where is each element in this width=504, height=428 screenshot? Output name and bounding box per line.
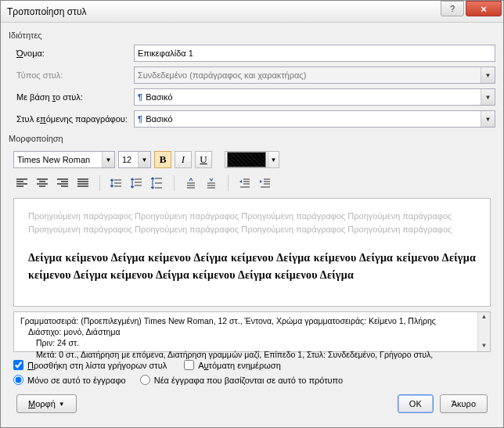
- chevron-down-icon[interactable]: ▼: [268, 152, 279, 167]
- chevron-down-icon[interactable]: ▼: [481, 111, 495, 127]
- align-center-button[interactable]: [34, 174, 51, 192]
- style-type-combo: Συνδεδεμένο (παράγραφος και χαρακτήρας) …: [134, 67, 495, 84]
- properties-group-label: Ιδιότητες: [9, 31, 495, 40]
- italic-button[interactable]: I: [175, 151, 192, 168]
- scrollbar[interactable]: ▲▼: [477, 312, 490, 351]
- bold-button[interactable]: B: [154, 151, 171, 168]
- help-button[interactable]: ?: [441, 1, 464, 16]
- line-spacing-2-button[interactable]: [149, 174, 166, 192]
- auto-update-checkbox[interactable]: Αυτόματη ενημέρωση: [184, 360, 281, 370]
- next-para-combo[interactable]: ¶ Βασικό ▼: [134, 110, 495, 128]
- align-right-button[interactable]: [54, 174, 71, 192]
- align-justify-button[interactable]: [74, 174, 92, 192]
- line-spacing-1-button[interactable]: [108, 174, 125, 192]
- chevron-down-icon[interactable]: ▼: [481, 89, 495, 105]
- style-type-label: Τύπος στυλ:: [9, 70, 134, 80]
- space-before-decrease-button[interactable]: [203, 174, 220, 192]
- scroll-up-icon[interactable]: ▲: [481, 313, 488, 322]
- font-size-combo[interactable]: 12 ▼: [118, 151, 151, 168]
- format-button[interactable]: Μορφή ▼: [16, 394, 77, 413]
- font-toolbar: Times New Roman ▼ 12 ▼ B I U ▼: [9, 148, 495, 171]
- add-to-quick-styles-checkbox[interactable]: Προσθήκη στη λίστα γρήγορων στυλ: [13, 360, 167, 370]
- style-description: Γραμματοσειρά: (Προεπιλεγμένη) Times New…: [13, 311, 491, 352]
- ok-button[interactable]: OK: [398, 394, 434, 413]
- chevron-down-icon: ▼: [59, 401, 65, 408]
- indent-decrease-button[interactable]: [236, 174, 254, 192]
- sample-text: Δείγμα κείμενου Δείγμα κείμενου Δείγμα κ…: [28, 250, 476, 285]
- indent-increase-button[interactable]: [257, 174, 274, 192]
- based-on-value: Βασικό: [146, 92, 172, 102]
- space-before-increase-button[interactable]: [182, 174, 200, 192]
- new-documents-radio[interactable]: Νέα έγγραφα που βασίζονται σε αυτό το πρ…: [140, 375, 343, 385]
- pilcrow-icon: ¶: [138, 114, 142, 124]
- titlebar: Τροποποίηση στυλ ? ×: [1, 1, 503, 23]
- previous-paragraph-sample: Προηγούμενη παράγραφος Προηγούμενη παράγ…: [28, 210, 476, 236]
- name-input[interactable]: [134, 45, 495, 62]
- color-swatch-icon: [227, 152, 266, 167]
- paragraph-toolbar: [9, 171, 495, 198]
- style-type-value: Συνδεδεμένο (παράγραφος και χαρακτήρας): [138, 70, 306, 80]
- only-this-document-radio[interactable]: Μόνο σε αυτό το έγγραφο: [13, 375, 126, 385]
- align-left-button[interactable]: [13, 174, 31, 192]
- based-on-label: Με βάση το στυλ:: [16, 92, 83, 102]
- pilcrow-icon: ¶: [138, 92, 142, 102]
- chevron-down-icon[interactable]: ▼: [138, 152, 150, 167]
- font-color-button[interactable]: ▼: [225, 151, 279, 168]
- chevron-down-icon: ▼: [481, 67, 495, 83]
- next-para-value: Βασικό: [146, 114, 172, 124]
- preview-pane: Προηγούμενη παράγραφος Προηγούμενη παράγ…: [13, 198, 491, 307]
- chevron-down-icon[interactable]: ▼: [102, 152, 114, 167]
- name-label: Όνομα:: [16, 49, 45, 58]
- based-on-combo[interactable]: ¶ Βασικό ▼: [134, 88, 495, 106]
- formatting-group-label: Μορφοποίηση: [9, 134, 495, 143]
- modify-style-dialog: Τροποποίηση στυλ ? × Ιδιότητες Όνομα: Τύ…: [0, 0, 504, 428]
- next-para-label: Στυλ επόμενης παραγράφου:: [16, 114, 128, 124]
- scroll-down-icon[interactable]: ▼: [481, 342, 488, 351]
- line-spacing-15-button[interactable]: [128, 174, 146, 192]
- cancel-button[interactable]: Άκυρο: [440, 394, 488, 413]
- dialog-title: Τροποποίηση στυλ: [7, 6, 441, 17]
- close-button[interactable]: ×: [466, 1, 502, 16]
- underline-button[interactable]: U: [195, 151, 212, 168]
- font-family-combo[interactable]: Times New Roman ▼: [13, 151, 115, 168]
